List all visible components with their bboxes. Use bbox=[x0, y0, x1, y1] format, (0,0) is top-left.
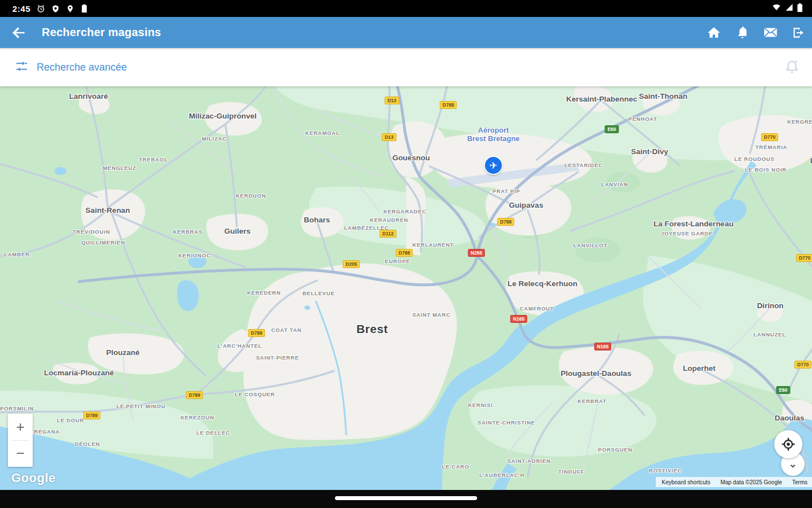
map-district-label: MENGLEUZ bbox=[103, 165, 136, 171]
map-district-label: SAINT-PIERRE bbox=[256, 354, 299, 361]
map-town-label: Loperhet bbox=[683, 364, 716, 373]
status-bar: 2:45 bbox=[0, 0, 812, 17]
road-shield: N165 bbox=[594, 343, 611, 351]
road-shield: D770 bbox=[761, 133, 778, 141]
map-canvas[interactable]: LanrivoaréMilizac-GuipronvelGouesnouKers… bbox=[0, 86, 812, 490]
map-district-label: LANVILLOT bbox=[573, 242, 608, 248]
map-district-label: PRAT PIP bbox=[492, 188, 520, 194]
map-town-label: Plougastel-Daoulas bbox=[561, 369, 631, 378]
map-district-label: KERNISI bbox=[468, 402, 493, 408]
map-district-label: LE COSQUER bbox=[235, 391, 275, 397]
map-district-label: KERGARADEC bbox=[383, 208, 426, 214]
map-district-label: TRÉGANA bbox=[30, 428, 60, 435]
status-right-icons bbox=[771, 0, 803, 17]
map-district-label: EUROPE bbox=[385, 258, 411, 264]
road-shield: D789 bbox=[248, 329, 265, 337]
map-graphics bbox=[0, 86, 812, 490]
road-shield: E60 bbox=[604, 125, 619, 133]
vpn-shield-icon bbox=[51, 5, 60, 13]
map-district-label: COAT TAN bbox=[271, 327, 302, 333]
map-district-label: LE DOUR bbox=[57, 417, 84, 423]
cell-signal-icon bbox=[784, 3, 794, 14]
tune-sliders-icon bbox=[15, 59, 29, 76]
road-shield: D112 bbox=[379, 230, 396, 238]
map-district-label: LE CARO bbox=[442, 463, 469, 470]
add-alert-icon[interactable] bbox=[784, 58, 800, 76]
map-district-label: KERGREIS bbox=[787, 119, 812, 125]
map-town-label: Bohars bbox=[304, 216, 330, 224]
terms-link[interactable]: Terms bbox=[792, 479, 807, 485]
logout-icon[interactable] bbox=[791, 25, 806, 41]
map-district-label: TRÉMARIA bbox=[756, 144, 788, 150]
notifications-icon[interactable] bbox=[734, 25, 750, 41]
my-location-button[interactable] bbox=[774, 430, 802, 458]
road-shield: D13 bbox=[382, 133, 396, 141]
airport-label: Aéroport Brest Bretagne bbox=[467, 126, 519, 143]
road-shield: D13 bbox=[385, 97, 399, 104]
road-shield: E60 bbox=[776, 386, 790, 394]
zoom-out-button[interactable]: − bbox=[8, 441, 33, 467]
keyboard-shortcuts-link[interactable]: Keyboard shortcuts bbox=[661, 479, 710, 485]
mail-icon[interactable] bbox=[762, 25, 778, 41]
road-shield: D788 bbox=[497, 218, 514, 226]
map-town-label: Milizac-Guipronvel bbox=[189, 112, 257, 120]
location-pin-icon bbox=[66, 5, 74, 13]
road-shield: D789 bbox=[186, 391, 203, 399]
battery-icon bbox=[797, 3, 803, 15]
map-district-label: L'AUBERLAC'H bbox=[479, 472, 524, 478]
home-icon[interactable] bbox=[706, 25, 722, 41]
gesture-pill[interactable] bbox=[335, 496, 477, 500]
crosshair-target-icon bbox=[781, 437, 796, 452]
map-district-label: L'ARC'HANTEL bbox=[217, 343, 262, 349]
map-district-label: TRÉVIDOUIN bbox=[73, 229, 111, 235]
map-district-label: LANVIAN bbox=[601, 181, 628, 187]
advanced-search-label: Recherche avancée bbox=[37, 62, 127, 73]
alarm-icon bbox=[37, 5, 45, 13]
status-time: 2:45 bbox=[12, 4, 30, 14]
map-district-label: SAINTE-CHRISTINE bbox=[478, 419, 535, 426]
zoom-in-button[interactable]: + bbox=[8, 414, 33, 440]
advanced-search-bar[interactable]: Recherche avancée bbox=[0, 48, 812, 86]
map-data-copyright: Map data ©2025 Google bbox=[721, 479, 782, 485]
battery-stat-icon bbox=[81, 4, 88, 13]
airplane-icon[interactable]: ✈ bbox=[484, 156, 503, 175]
map-town-label: Daoulas bbox=[775, 414, 805, 422]
map-district-label: KERLAURENT bbox=[412, 242, 453, 248]
map-town-label: Saint-Thonan bbox=[639, 92, 687, 100]
map-town-label: Guilers bbox=[224, 227, 251, 235]
map-district-label: KEREDERN bbox=[247, 290, 281, 296]
back-button[interactable] bbox=[9, 23, 28, 42]
map-district-label: LE BOIS NOIR bbox=[745, 167, 787, 173]
map-district-label: LE DELLEC bbox=[196, 430, 230, 436]
map-district-label: KERDUON bbox=[236, 192, 266, 199]
map-district-label: LE PETIT MINOU bbox=[116, 403, 165, 409]
map-district-label: TINDUFF bbox=[558, 468, 584, 475]
map-district-label: JOYEUSE GARDE bbox=[661, 230, 713, 237]
road-shield: N165 bbox=[510, 315, 527, 323]
map-district-label: KERIONOC bbox=[178, 252, 211, 259]
map-district-label: QUILLIMERIEN bbox=[81, 239, 125, 246]
map-district-label: TRÉBAOL bbox=[139, 156, 168, 163]
map-district-label: PORSGUEN bbox=[598, 446, 633, 453]
map-town-label: Gouesnou bbox=[392, 154, 430, 162]
road-shield: D770 bbox=[795, 361, 811, 369]
map-district-label: KEREZOUN bbox=[180, 414, 214, 421]
map-town-label: Locmaria-Plouzané bbox=[44, 369, 114, 377]
map-town-label: Plouzané bbox=[106, 348, 139, 357]
gesture-nav-bar bbox=[0, 490, 812, 508]
road-shield: D789 bbox=[83, 411, 100, 419]
map-district-label: DÉOLEN bbox=[75, 441, 100, 447]
android-screen: 2:45 Rechercher magasi bbox=[0, 0, 812, 508]
map-district-label: PENHOAT bbox=[628, 116, 657, 122]
map-district-label: PORSMILIN bbox=[0, 405, 34, 411]
map-town-label: Guipavas bbox=[509, 201, 544, 209]
map-district-label: LANNUZEL bbox=[753, 331, 786, 338]
map-town-label: Dirinon bbox=[757, 301, 783, 310]
map-district-label: LE ROUDOUS bbox=[734, 156, 774, 162]
google-logo: Google bbox=[11, 471, 56, 485]
map-district-label: SAINT MARC bbox=[412, 312, 451, 318]
map-district-label: KERAMOAL bbox=[305, 130, 339, 136]
road-shield: D770 bbox=[796, 254, 812, 262]
wifi-icon bbox=[771, 3, 782, 14]
map-district-label: SAINT-ADRIEN bbox=[507, 458, 550, 464]
